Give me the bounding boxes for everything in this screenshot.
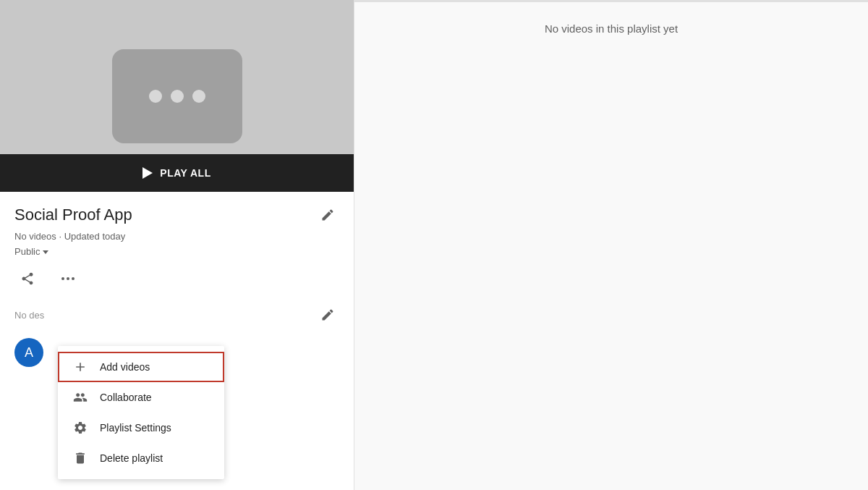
- playlist-settings-label: Playlist Settings: [100, 422, 171, 434]
- title-row: Social Proof App: [14, 203, 339, 227]
- play-all-label: PLAY ALL: [160, 167, 210, 179]
- delete-playlist-label: Delete playlist: [100, 452, 163, 464]
- thumbnail-placeholder: [112, 49, 242, 143]
- people-icon: [72, 389, 88, 405]
- playlist-thumbnail: PLAY ALL: [0, 0, 354, 192]
- edit-description-button[interactable]: [316, 303, 339, 326]
- visibility-label: Public: [14, 246, 40, 257]
- menu-item-playlist-settings[interactable]: Playlist Settings: [58, 413, 224, 443]
- pencil-icon: [320, 208, 335, 222]
- gear-icon: [72, 420, 88, 436]
- add-videos-label: Add videos: [100, 361, 150, 373]
- chevron-down-icon: [43, 250, 48, 254]
- actions-row: [14, 266, 339, 292]
- playlist-title: Social Proof App: [14, 206, 132, 224]
- pencil-icon-desc: [320, 308, 335, 322]
- menu-item-collaborate[interactable]: Collaborate: [58, 382, 224, 413]
- collaborate-label: Collaborate: [100, 392, 152, 403]
- share-button[interactable]: [14, 266, 41, 292]
- dot-3: [192, 90, 205, 103]
- plus-icon: [72, 359, 88, 375]
- description-row: No des: [14, 303, 339, 326]
- empty-playlist-message: No videos in this playlist yet: [545, 22, 678, 35]
- play-icon: [142, 167, 153, 179]
- more-options-button[interactable]: [55, 266, 81, 292]
- left-panel: PLAY ALL Social Proof App No videos · Up…: [0, 0, 354, 490]
- dropdown-menu: Add videos Collaborate Playlist Settings: [58, 346, 224, 479]
- avatar: A: [14, 338, 43, 367]
- visibility-row[interactable]: Public: [14, 246, 339, 257]
- dot-1: [149, 90, 162, 103]
- menu-item-delete-playlist[interactable]: Delete playlist: [58, 443, 224, 473]
- play-all-button[interactable]: PLAY ALL: [0, 154, 354, 192]
- dot-2: [171, 90, 184, 103]
- playlist-meta: No videos · Updated today: [14, 231, 339, 242]
- edit-title-button[interactable]: [316, 203, 339, 227]
- right-panel: No videos in this playlist yet: [354, 0, 868, 490]
- trash-icon: [72, 450, 88, 466]
- share-icon: [20, 271, 35, 286]
- menu-item-add-videos[interactable]: Add videos: [58, 352, 224, 382]
- description-text: No des: [14, 310, 44, 321]
- more-dots-icon: [61, 277, 75, 280]
